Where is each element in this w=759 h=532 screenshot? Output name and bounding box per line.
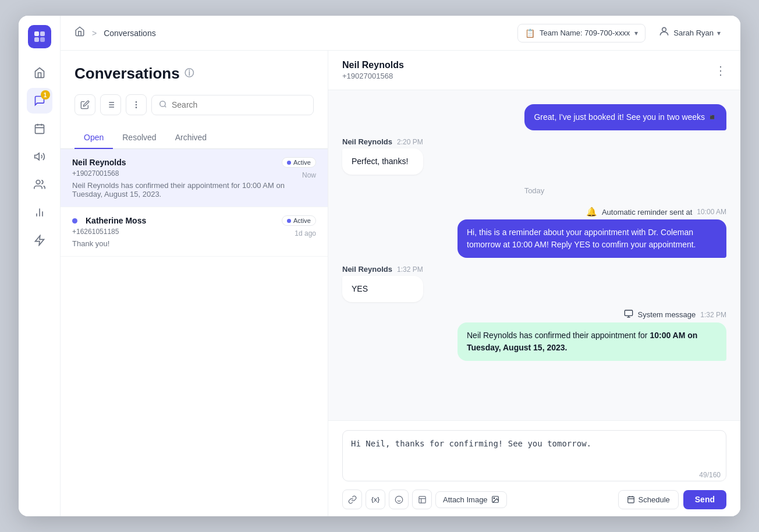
filter-button[interactable] (100, 94, 121, 115)
system-icon (624, 309, 633, 320)
conv-phone-katherine: +16261051185 (72, 228, 119, 236)
svg-marker-13 (35, 236, 44, 246)
svg-rect-0 (34, 31, 39, 36)
svg-point-21 (136, 102, 136, 102)
user-menu[interactable]: Sarah Ryan ▾ (652, 22, 726, 44)
compose-input[interactable]: Hi Neil, thanks for confirming! See you … (342, 430, 726, 481)
sidebar-item-calendar[interactable] (27, 116, 52, 141)
svg-point-14 (662, 27, 666, 31)
svg-point-24 (160, 101, 165, 106)
attach-image-label: Attach Image (443, 495, 488, 504)
svg-rect-1 (40, 31, 45, 36)
message-incoming-yes: Neil Reynolds 1:32 PM YES (342, 265, 423, 302)
msg-bubble-incoming-1: Perfect, thanks! (342, 148, 423, 175)
msg-bubble-yes: YES (342, 276, 423, 302)
sidebar-item-home[interactable] (27, 60, 52, 86)
active-dot-katherine (287, 219, 291, 223)
date-separator-today: Today (342, 186, 726, 195)
system-time: 1:32 PM (700, 311, 726, 319)
content-area: Conversations ⓘ (61, 51, 740, 516)
bell-icon: 🔔 (586, 207, 597, 217)
sidebar-item-campaigns[interactable] (27, 144, 52, 169)
svg-rect-32 (418, 496, 425, 502)
message-incoming-1: Neil Reynolds 2:20 PM Perfect, thanks! (342, 137, 423, 175)
left-panel: Conversations ⓘ (61, 51, 328, 516)
system-bubble-confirm: Neil Reynolds has confirmed their appoin… (457, 322, 726, 361)
svg-rect-35 (627, 496, 634, 503)
conversations-toolbar (75, 94, 314, 115)
msg-bubble-1: Great, I've just booked it! See you in t… (524, 104, 726, 130)
schedule-button[interactable]: Schedule (618, 490, 679, 509)
sidebar-item-contacts[interactable] (27, 172, 52, 197)
page-title: Conversations ⓘ (75, 65, 314, 83)
svg-rect-3 (40, 37, 45, 42)
topbar: > Conversations 📋 Team Name: 709-700-xxx… (61, 16, 740, 51)
team-selector-chevron: ▾ (634, 29, 638, 37)
conversation-item-neil-reynolds[interactable]: Neil Reynolds Active +19027001568 (61, 149, 328, 207)
conv-preview-katherine: Thank you! (72, 239, 316, 248)
conv-preview-neil: Neil Reynolds has confirmed their appoin… (72, 181, 316, 198)
svg-line-25 (165, 105, 166, 107)
link-button[interactable] (342, 490, 362, 509)
conversation-item-katherine-moss[interactable]: Katherine Moss Active +16261051185 (61, 207, 328, 257)
msg-sender-neil-1: Neil Reynolds (342, 137, 392, 146)
team-selector-label: Team Name: 709-700-xxxx (540, 29, 630, 37)
chat-contact-name: Neil Reynolds (342, 60, 404, 70)
chat-more-button[interactable]: ⋮ (715, 63, 726, 77)
emoji-button[interactable] (389, 490, 409, 509)
compose-toolbar: {x} Attach Image (342, 490, 726, 509)
breadcrumb-conversations: Conversations (104, 29, 156, 38)
conversation-list: Neil Reynolds Active +19027001568 (61, 149, 328, 516)
reminder-bubble: Hi, this is a reminder about your appoin… (457, 219, 726, 258)
chat-header: Neil Reynolds +19027001568 ⋮ (328, 51, 740, 90)
chat-contact-info: Neil Reynolds +19027001568 (342, 60, 404, 80)
topbar-home-icon[interactable] (75, 26, 85, 40)
conv-name-neil: Neil Reynolds (72, 158, 126, 167)
compose-area: Hi Neil, thanks for confirming! See you … (328, 420, 740, 516)
tab-resolved[interactable]: Resolved (113, 127, 165, 149)
main-content: > Conversations 📋 Team Name: 709-700-xxx… (61, 16, 740, 516)
msg-sender-neil-2: Neil Reynolds (342, 265, 392, 274)
tab-archived[interactable]: Archived (166, 127, 216, 149)
sidebar: 1 (19, 16, 61, 516)
user-name: Sarah Ryan (673, 29, 714, 37)
svg-point-29 (395, 496, 403, 503)
messages-list: Great, I've just booked it! See you in t… (328, 90, 740, 420)
active-badge-katherine: Active (282, 215, 316, 226)
msg-time-neil-1: 2:20 PM (397, 138, 423, 146)
more-options-button[interactable] (126, 94, 147, 115)
chat-contact-phone: +19027001568 (342, 72, 404, 80)
active-badge-neil: Active (282, 157, 316, 168)
compose-button[interactable] (75, 94, 95, 115)
conv-time-katherine: 1d ago (295, 229, 316, 237)
chat-panel: Neil Reynolds +19027001568 ⋮ Great, I've… (328, 51, 740, 516)
info-icon: ⓘ (185, 68, 194, 80)
reminder-label: Automatic reminder sent at (602, 208, 692, 217)
search-box[interactable] (151, 95, 314, 115)
conversation-tabs: Open Resolved Archived (61, 127, 328, 149)
svg-marker-8 (34, 153, 38, 160)
attach-image-button[interactable]: Attach Image (435, 491, 507, 508)
svg-rect-2 (34, 37, 39, 42)
team-selector[interactable]: 📋 Team Name: 709-700-xxxx ▾ (517, 24, 645, 42)
sidebar-item-analytics[interactable] (27, 200, 52, 225)
conv-name-katherine: Katherine Moss (86, 216, 146, 225)
compose-right-actions: Schedule Send (618, 490, 726, 509)
schedule-label: Schedule (639, 495, 670, 504)
char-count: 49/160 (699, 471, 721, 479)
conv-phone-neil: +19027001568 (72, 169, 119, 178)
sidebar-item-automations[interactable] (27, 228, 52, 253)
reminder-time: 10:00 AM (697, 208, 726, 216)
send-button[interactable]: Send (683, 490, 726, 509)
svg-point-9 (36, 180, 40, 185)
message-system-confirm: System message 1:32 PM Neil Reynolds has… (457, 309, 726, 361)
variable-button[interactable]: {x} (366, 490, 385, 509)
search-input[interactable] (172, 100, 306, 109)
svg-rect-26 (625, 310, 632, 315)
tab-open[interactable]: Open (75, 127, 113, 149)
template-button[interactable] (412, 490, 432, 509)
user-chevron: ▾ (717, 29, 721, 37)
team-selector-icon: 📋 (525, 29, 535, 38)
sidebar-item-conversations[interactable]: 1 (27, 88, 52, 114)
app-logo[interactable] (28, 25, 51, 48)
